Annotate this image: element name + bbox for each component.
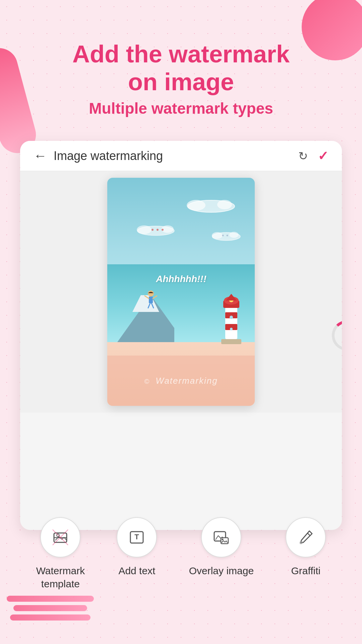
back-button[interactable]: ← bbox=[34, 148, 47, 163]
image-area: Ahhhhhh!!! bbox=[20, 171, 342, 413]
title-line1: Add the watermark bbox=[0, 40, 362, 68]
subtitle: Multiple watermark types bbox=[0, 99, 362, 117]
add-text-icon: T bbox=[128, 528, 146, 546]
wave-3 bbox=[10, 614, 90, 621]
add-text-icon-circle: T bbox=[117, 517, 157, 557]
tool-graffiti[interactable]: Graffiti bbox=[286, 517, 326, 577]
wt-label-2: template bbox=[36, 577, 85, 590]
tool-add-text[interactable]: T Add text bbox=[117, 517, 157, 577]
toolbar-title: Image watermarking bbox=[54, 149, 298, 163]
graffiti-icon bbox=[297, 528, 315, 546]
bottom-toolbar: Watermark template T Add text bbox=[0, 517, 362, 590]
title-line2: on image bbox=[0, 68, 362, 96]
beach-scene: Ahhhhhh!!! bbox=[107, 178, 255, 406]
watermark-template-icon-circle bbox=[40, 517, 80, 557]
watermark-label: © Watermarking bbox=[144, 376, 218, 386]
progress-spinner bbox=[332, 320, 342, 351]
graffiti-label: Graffiti bbox=[291, 564, 320, 577]
wave-1 bbox=[7, 596, 94, 602]
svg-text:T: T bbox=[135, 533, 139, 541]
spinner-ring bbox=[332, 320, 342, 351]
tool-overlay-image[interactable]: Overlay image bbox=[189, 517, 254, 577]
svg-rect-40 bbox=[221, 538, 228, 544]
confirm-button[interactable]: ✓ bbox=[318, 149, 328, 163]
deco-bottom-waves bbox=[7, 596, 101, 624]
copyright-symbol: © bbox=[144, 378, 150, 385]
overlay-image-label: Overlay image bbox=[189, 564, 254, 577]
app-panel: ← Image watermarking ↻ ✓ bbox=[20, 141, 342, 530]
header-section: Add the watermark on image Multiple wate… bbox=[0, 40, 362, 117]
wave-2 bbox=[13, 605, 87, 611]
add-text-label: Add text bbox=[118, 564, 155, 577]
app-toolbar: ← Image watermarking ↻ ✓ bbox=[20, 141, 342, 171]
ahh-text: Ahhhhhh!!! bbox=[156, 274, 206, 284]
refresh-button[interactable]: ↻ bbox=[298, 149, 308, 163]
watermark-text-value: Watermarking bbox=[156, 376, 218, 386]
svg-point-41 bbox=[222, 539, 224, 540]
overlay-image-icon bbox=[212, 528, 230, 546]
image-card: Ahhhhhh!!! bbox=[107, 178, 255, 406]
watermark-template-icon bbox=[51, 528, 69, 546]
wt-label-1: Watermark bbox=[36, 564, 85, 577]
main-title: Add the watermark on image bbox=[0, 40, 362, 96]
graffiti-icon-circle bbox=[286, 517, 326, 557]
tool-watermark-template[interactable]: Watermark template bbox=[36, 517, 85, 590]
overlay-image-icon-circle bbox=[201, 517, 241, 557]
watermark-overlay: © Watermarking bbox=[107, 356, 255, 406]
watermark-template-label: Watermark template bbox=[36, 564, 85, 590]
